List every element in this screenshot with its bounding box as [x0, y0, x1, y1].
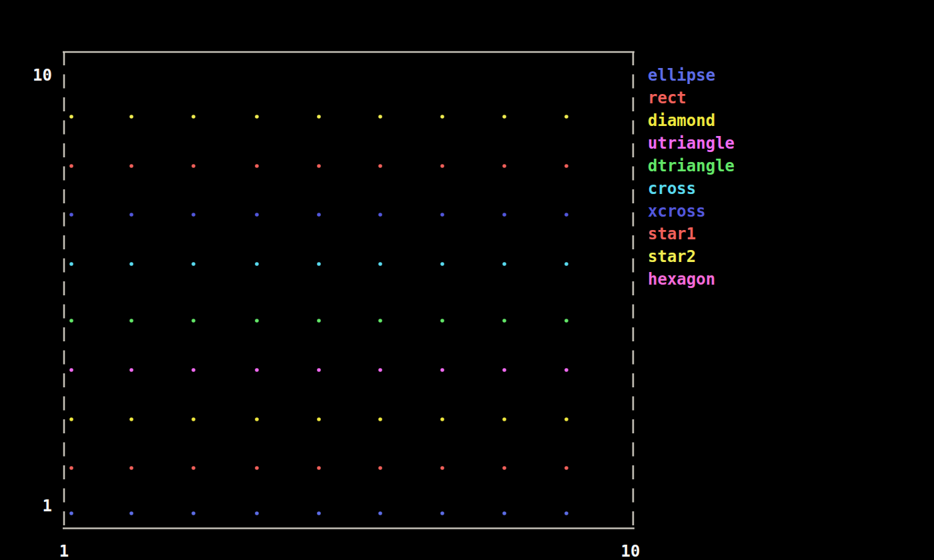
scatter-point-dtriangle: [564, 319, 568, 323]
scatter-point-cross: [378, 262, 382, 266]
scatter-point-cross: [317, 262, 321, 266]
legend-item-star1: star1: [648, 223, 735, 245]
scatter-point-ellipse: [440, 511, 444, 515]
scatter-point-star1: [502, 164, 506, 168]
scatter-point-xcross: [129, 213, 133, 217]
scatter-point-xcross: [502, 213, 506, 217]
scatter-point-ellipse: [564, 511, 568, 515]
scatter-point-dtriangle: [502, 319, 506, 323]
scatter-point-dtriangle: [378, 319, 382, 323]
y-tick-bottom: 1: [12, 495, 52, 517]
scatter-point-cross: [440, 262, 444, 266]
scatter-point-star2: [317, 115, 321, 119]
scatter-point-star1: [378, 164, 382, 168]
scatter-point-diamond: [69, 417, 73, 421]
scatter-point-star2: [564, 115, 568, 119]
scatter-point-utriangle: [440, 368, 444, 372]
scatter-point-utriangle: [378, 368, 382, 372]
x-tick-left: 1: [44, 540, 84, 560]
scatter-point-cross: [502, 262, 506, 266]
scatter-point-diamond: [255, 417, 259, 421]
scatter-point-diamond: [129, 417, 133, 421]
legend: ellipserectdiamondutriangledtrianglecros…: [648, 64, 735, 291]
terminal-screen: 10 1 1 10 ellipserectdiamondutriangledtr…: [0, 0, 934, 560]
legend-item-xcross: xcross: [648, 200, 735, 223]
scatter-point-dtriangle: [255, 319, 259, 323]
scatter-point-star2: [191, 115, 195, 119]
scatter-point-utriangle: [255, 368, 259, 372]
scatter-point-star1: [564, 164, 568, 168]
scatter-point-utriangle: [317, 368, 321, 372]
legend-item-rect: rect: [648, 87, 735, 109]
scatter-point-diamond: [502, 417, 506, 421]
scatter-point-ellipse: [129, 511, 133, 515]
scatter-point-star2: [502, 115, 506, 119]
scatter-point-star2: [378, 115, 382, 119]
scatter-point-star1: [69, 164, 73, 168]
legend-item-utriangle: utriangle: [648, 132, 735, 155]
scatter-point-xcross: [317, 213, 321, 217]
legend-item-hexagon: hexagon: [648, 268, 735, 291]
scatter-point-ellipse: [378, 511, 382, 515]
legend-item-cross: cross: [648, 177, 735, 200]
scatter-point-dtriangle: [191, 319, 195, 323]
legend-item-dtriangle: dtriangle: [648, 155, 735, 177]
x-tick-right: 10: [610, 540, 650, 560]
scatter-point-xcross: [564, 213, 568, 217]
scatter-point-dtriangle: [129, 319, 133, 323]
scatter-point-rect: [69, 466, 73, 470]
scatter-point-xcross: [378, 213, 382, 217]
scatter-point-utriangle: [191, 368, 195, 372]
scatter-point-rect: [129, 466, 133, 470]
plot-canvas: [0, 0, 934, 560]
scatter-point-xcross: [255, 213, 259, 217]
scatter-point-utriangle: [69, 368, 73, 372]
scatter-point-star1: [440, 164, 444, 168]
scatter-point-rect: [564, 466, 568, 470]
scatter-point-diamond: [440, 417, 444, 421]
scatter-point-star1: [255, 164, 259, 168]
scatter-point-star1: [317, 164, 321, 168]
scatter-point-rect: [191, 466, 195, 470]
scatter-point-star2: [440, 115, 444, 119]
scatter-point-star2: [69, 115, 73, 119]
scatter-point-ellipse: [255, 511, 259, 515]
scatter-point-ellipse: [69, 511, 73, 515]
scatter-point-diamond: [191, 417, 195, 421]
scatter-point-xcross: [191, 213, 195, 217]
scatter-point-cross: [191, 262, 195, 266]
scatter-point-rect: [378, 466, 382, 470]
scatter-point-xcross: [69, 213, 73, 217]
scatter-point-dtriangle: [69, 319, 73, 323]
scatter-point-rect: [317, 466, 321, 470]
scatter-point-utriangle: [502, 368, 506, 372]
scatter-point-cross: [69, 262, 73, 266]
scatter-point-dtriangle: [317, 319, 321, 323]
scatter-point-utriangle: [564, 368, 568, 372]
scatter-point-rect: [255, 466, 259, 470]
scatter-point-star2: [255, 115, 259, 119]
legend-item-star2: star2: [648, 245, 735, 268]
scatter-point-diamond: [564, 417, 568, 421]
scatter-point-cross: [564, 262, 568, 266]
scatter-point-ellipse: [317, 511, 321, 515]
scatter-point-dtriangle: [440, 319, 444, 323]
scatter-points-layer: [69, 115, 568, 515]
scatter-point-diamond: [378, 417, 382, 421]
scatter-point-star1: [191, 164, 195, 168]
scatter-point-rect: [440, 466, 444, 470]
scatter-point-xcross: [440, 213, 444, 217]
y-tick-top: 10: [12, 64, 52, 87]
scatter-point-star2: [129, 115, 133, 119]
legend-item-ellipse: ellipse: [648, 64, 735, 87]
legend-item-diamond: diamond: [648, 109, 735, 132]
scatter-point-rect: [502, 466, 506, 470]
scatter-point-star1: [129, 164, 133, 168]
scatter-point-cross: [129, 262, 133, 266]
scatter-point-cross: [255, 262, 259, 266]
scatter-point-utriangle: [129, 368, 133, 372]
scatter-point-diamond: [317, 417, 321, 421]
scatter-point-ellipse: [191, 511, 195, 515]
scatter-point-ellipse: [502, 511, 506, 515]
